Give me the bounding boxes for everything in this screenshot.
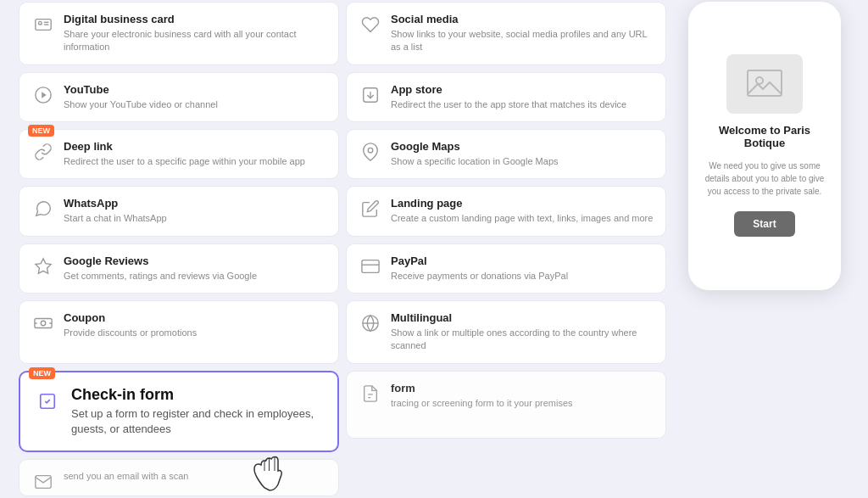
card-content: Landing page Create a custom landing pag… [391,197,653,225]
paypal-item[interactable]: PayPal Receive payments or donations via… [346,243,666,294]
card-desc-large: Set up a form to register and check in e… [71,406,326,437]
card-content: form tracing or screening form to it you… [391,382,573,410]
star-icon [31,255,55,278]
heart-icon [359,13,382,36]
svg-marker-9 [36,259,51,273]
globe-icon [359,311,382,335]
card-content: PayPal Receive payments or donations via… [391,255,568,283]
partial-bottom-item[interactable]: send you an email with a scan [19,459,339,496]
card-title: Landing page [391,197,653,210]
card-content: Deep link Redirect the user to a specifi… [64,140,305,168]
phone-start-button[interactable]: Start [734,211,794,237]
card-title: Multilingual [391,311,654,324]
checkin-form-item[interactable]: New Check-in form Set up a form to regis… [19,371,339,452]
card-desc: Get comments, ratings and reviews via Go… [64,270,257,283]
svg-point-23 [756,77,763,84]
card-content: Digital business card Share your electro… [64,13,326,54]
card-desc: Redirect the user to the app store that … [391,98,626,111]
card-desc: Show a link or multiple ones according t… [391,327,654,353]
partial-form-item[interactable]: form tracing or screening form to it you… [346,371,666,439]
google-maps-item[interactable]: Google Maps Show a specific location in … [346,129,666,179]
card-content: Social media Show links to your website,… [391,13,654,54]
edit-icon [359,197,382,221]
app-store-item[interactable]: App store Redirect the user to the app s… [346,72,666,122]
card-title: Google Reviews [64,255,257,267]
multilingual-item[interactable]: Multilingual Show a link or multiple one… [346,300,666,364]
card-desc: Show links to your website, social media… [391,28,654,54]
card-title: YouTube [64,83,218,96]
phone-desc: We need you to give us some details abou… [702,159,827,198]
card-content: Multilingual Show a link or multiple one… [391,311,654,353]
digital-business-card-item[interactable]: Digital business card Share your electro… [19,2,339,65]
card-desc: tracing or screening form to it your pre… [391,397,573,410]
whatsapp-icon [31,197,55,221]
card-desc: Create a custom landing page with text, … [391,212,653,225]
card-title-large: Check-in form [71,386,326,404]
card-desc: Show your YouTube video or channel [64,98,218,111]
svg-point-13 [41,321,46,326]
card-title: Coupon [64,311,197,324]
card-content: WhatsApp Start a chat in WhatsApp [64,197,167,225]
new-badge: New [28,125,54,137]
checkbox-icon [32,386,63,417]
phone-preview-panel: Welcome to Paris Botique We need you to … [680,2,849,497]
link-icon [31,140,55,164]
card-desc-partial: send you an email with a scan [64,470,188,483]
card-content: Google Maps Show a specific location in … [391,140,559,168]
coupon-icon [31,311,55,335]
svg-rect-12 [35,319,52,328]
svg-rect-10 [362,260,379,272]
form-icon [359,382,382,406]
card-content: Check-in form Set up a form to register … [71,386,326,437]
social-media-item[interactable]: Social media Show links to your website,… [346,2,666,65]
card-desc: Receive payments or donations via PayPal [391,270,568,283]
phone-image [726,54,803,114]
card-title: PayPal [391,255,568,267]
card-title: Deep link [64,140,305,153]
email-icon [31,470,55,494]
youtube-item[interactable]: YouTube Show your YouTube video or chann… [19,72,339,122]
card-title: Social media [391,13,654,25]
card-title: App store [391,83,626,96]
svg-marker-5 [42,92,47,98]
card-icon [31,13,55,36]
card-desc: Show a specific location in Google Maps [391,155,559,168]
phone-mockup: Welcome to Paris Botique We need you to … [688,2,841,290]
card-content: YouTube Show your YouTube video or chann… [64,83,218,111]
whatsapp-item[interactable]: WhatsApp Start a chat in WhatsApp [19,186,339,236]
card-content: Coupon Provide discounts or promotions [64,311,197,339]
card-title: form [391,382,573,394]
credit-card-icon [359,255,382,278]
card-content: send you an email with a scan [64,470,188,483]
svg-point-8 [368,148,373,153]
card-content: Google Reviews Get comments, ratings and… [64,255,257,283]
landing-page-item[interactable]: Landing page Create a custom landing pag… [346,186,666,236]
card-title: Digital business card [64,13,326,25]
pin-icon [359,140,382,164]
card-desc: Redirect the user to a specific page wit… [64,155,305,168]
download-icon [359,83,382,107]
phone-title: Welcome to Paris Botique [702,124,827,149]
play-icon [31,83,55,107]
card-title: WhatsApp [64,197,167,210]
card-desc: Share your electronic business card with… [64,28,326,54]
svg-rect-22 [748,70,782,96]
deep-link-item[interactable]: New Deep link Redirect the user to a spe… [19,129,339,179]
coupon-item[interactable]: Coupon Provide discounts or promotions [19,300,339,364]
google-reviews-item[interactable]: Google Reviews Get comments, ratings and… [19,243,339,294]
svg-point-1 [39,21,42,25]
card-desc: Provide discounts or promotions [64,327,197,339]
card-desc: Start a chat in WhatsApp [64,212,167,225]
new-badge-checkin: New [29,367,55,379]
card-content: App store Redirect the user to the app s… [391,83,626,111]
card-title: Google Maps [391,140,559,153]
